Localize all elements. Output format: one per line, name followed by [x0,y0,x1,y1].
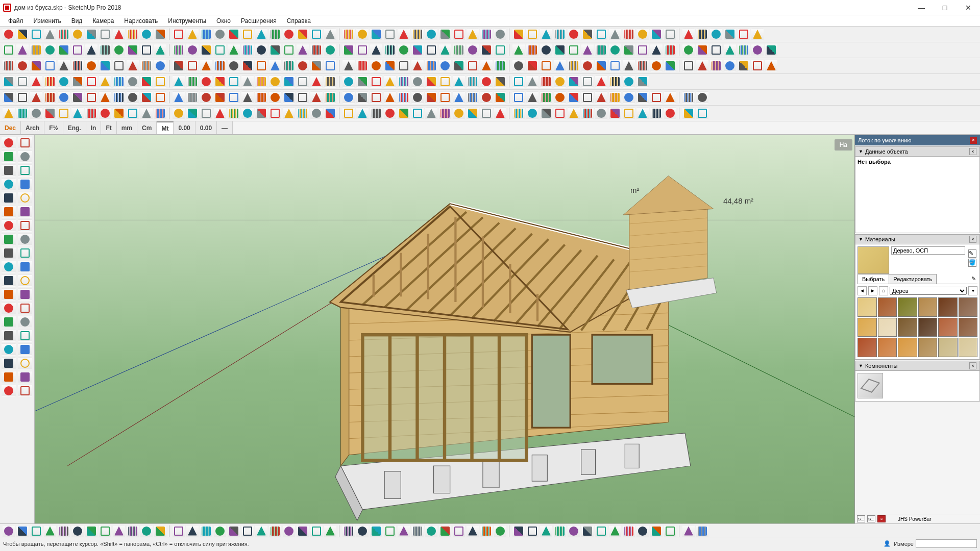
measurement-input[interactable] [916,539,977,548]
tool-button[interactable] [664,107,676,119]
left-tool-button[interactable] [2,274,16,287]
tool-button[interactable] [58,44,70,56]
left-tool-button[interactable] [18,178,32,190]
tool-button[interactable] [411,28,424,40]
tool-button[interactable] [269,91,281,104]
tool-button[interactable] [467,28,479,40]
tool-button[interactable] [581,44,594,56]
person-icon[interactable]: 👤 [884,540,891,547]
left-tool-button[interactable] [2,164,16,177]
tool-button[interactable] [283,107,295,119]
tool-button[interactable] [512,44,525,56]
tool-button[interactable] [99,91,111,104]
tool-button[interactable] [425,107,437,119]
tool-button[interactable] [581,76,594,88]
tool-button[interactable] [283,28,295,40]
tool-button[interactable] [16,60,29,72]
tool-button[interactable] [113,60,125,72]
tray-tab-1[interactable]: S... [857,515,865,522]
tool-button[interactable] [453,44,465,56]
tool-button[interactable] [140,91,153,104]
tool-button[interactable] [241,28,254,40]
tool-button[interactable] [568,91,580,104]
tool-button[interactable] [609,60,621,72]
tool-button[interactable] [623,91,635,104]
tool-button[interactable] [696,525,708,537]
tool-button[interactable] [200,44,212,56]
current-material-swatch[interactable] [857,246,889,274]
tool-button[interactable] [609,76,621,88]
tool-button[interactable] [127,60,139,72]
tool-button[interactable] [71,44,84,56]
tool-button[interactable] [751,60,764,72]
material-category-select[interactable]: Дерев [890,287,967,295]
tool-button[interactable] [30,76,42,88]
material-swatch[interactable] [918,318,938,337]
tray-tab-close[interactable]: × [877,515,886,522]
tool-button[interactable] [85,525,97,537]
tool-button[interactable] [255,28,267,40]
tool-button[interactable] [255,60,267,72]
tool-button[interactable] [214,44,226,56]
tool-button[interactable] [255,44,267,56]
tool-button[interactable] [512,60,525,72]
tool-button[interactable] [214,107,226,119]
tool-button[interactable] [228,44,240,56]
entity-info-panel-header[interactable]: ▼ Данные объекта × [855,146,980,157]
tool-button[interactable] [751,44,764,56]
tool-button[interactable] [44,107,56,119]
tool-button[interactable] [186,76,199,88]
tool-button[interactable] [58,91,70,104]
tool-button[interactable] [3,28,15,40]
nav-forward-icon[interactable]: ► [868,286,877,295]
left-tool-button[interactable] [2,343,16,356]
tool-button[interactable] [173,44,185,56]
tool-button[interactable] [581,107,594,119]
material-swatch[interactable] [959,297,978,317]
tool-button[interactable] [241,91,254,104]
viewport-3d[interactable]: m² 44,48 m² На [35,135,854,523]
tool-button[interactable] [241,107,254,119]
tool-button[interactable] [623,76,635,88]
tool-button[interactable] [58,76,70,88]
tool-button[interactable] [568,525,580,537]
tool-button[interactable] [113,28,125,40]
tool-button[interactable] [439,525,451,537]
tool-button[interactable] [241,44,254,56]
left-tool-button[interactable] [18,219,32,232]
material-swatch[interactable] [938,297,958,317]
tool-button[interactable] [738,60,750,72]
tool-button[interactable] [140,60,153,72]
eyedropper-icon[interactable]: ✎ [970,274,977,284]
tool-button[interactable] [398,91,410,104]
menu-окно[interactable]: Окно [211,15,236,26]
tool-button[interactable] [554,28,566,40]
material-swatch[interactable] [959,318,978,337]
tool-button[interactable] [609,44,621,56]
tool-button[interactable] [411,107,424,119]
tool-button[interactable] [512,525,525,537]
tool-button[interactable] [494,44,506,56]
home-icon[interactable]: ⌂ [879,286,888,295]
left-tool-button[interactable] [2,233,16,245]
tool-button[interactable] [356,91,369,104]
tool-button[interactable] [480,60,493,72]
tool-button[interactable] [186,60,199,72]
tool-button[interactable] [283,91,295,104]
tool-button[interactable] [494,60,506,72]
tool-button[interactable] [154,91,166,104]
tool-button[interactable] [200,525,212,537]
tool-button[interactable] [356,44,369,56]
tool-button[interactable] [682,44,695,56]
tool-button[interactable] [173,91,185,104]
tool-button[interactable] [710,44,722,56]
tool-button[interactable] [425,28,437,40]
tool-button[interactable] [650,91,663,104]
tool-button[interactable] [140,28,153,40]
tool-button[interactable] [173,107,185,119]
tool-button[interactable] [595,525,607,537]
tool-button[interactable] [494,28,506,40]
tool-button[interactable] [384,91,396,104]
tool-button[interactable] [297,107,309,119]
tool-button[interactable] [554,107,566,119]
